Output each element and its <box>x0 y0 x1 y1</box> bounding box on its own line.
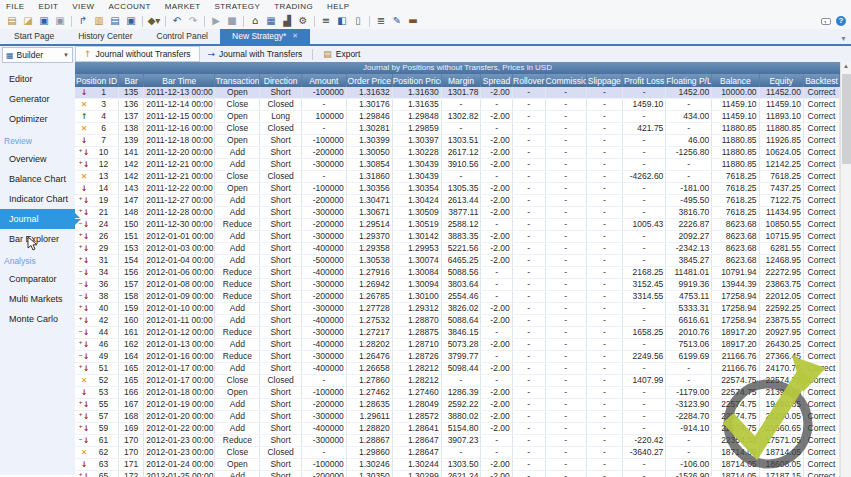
sidebar-item-generator[interactable]: Generator <box>0 89 75 109</box>
data-panel-icon[interactable]: ▦ <box>263 15 279 27</box>
menu-account[interactable]: ACCOUNT <box>108 2 150 11</box>
stop-icon[interactable]: ■ <box>224 15 240 27</box>
column-header-bar[interactable]: Bar <box>119 74 144 87</box>
column-header-position-id[interactable]: Position ID <box>75 74 119 87</box>
vertical-scroll-thumb[interactable] <box>842 74 851 164</box>
table-row[interactable]: ↓141432011-12-22 00:00OpenShort-1000001.… <box>75 183 840 195</box>
table-row[interactable]: ⁺↓571682012-01-20 00:00AddShort-3000001.… <box>75 411 840 423</box>
table-row[interactable]: ⁺↓591692012-01-22 00:00AddShort-4000001.… <box>75 423 840 435</box>
play-icon[interactable]: ▶ <box>208 15 224 27</box>
tab-overflow-caret-icon[interactable]: ▼ <box>840 35 851 44</box>
layout-icon[interactable]: ◧ <box>334 15 350 27</box>
column-header-direction[interactable]: Direction <box>260 74 301 87</box>
menu-view[interactable]: VIEW <box>72 2 94 11</box>
sidebar-item-editor[interactable]: Editor <box>0 69 75 89</box>
save-icon[interactable]: ▣ <box>36 15 52 27</box>
table-row[interactable]: ✕61382011-12-16 00:00CloseClosed-1.30281… <box>75 123 840 135</box>
column-header-transaction[interactable]: Transaction <box>215 74 260 87</box>
sidebar-item-journal[interactable]: Journal <box>0 209 75 229</box>
table-row[interactable]: ⁺↓401592012-01-10 00:00AddShort-3000001.… <box>75 303 840 315</box>
new-document-icon[interactable]: ▤ <box>4 15 20 27</box>
feedback-bubble-icon[interactable] <box>821 18 831 25</box>
menu-edit[interactable]: EDIT <box>39 2 59 11</box>
column-header-floating-p-l[interactable]: Floating P/L <box>666 74 712 87</box>
table-row[interactable]: ✕131422011-12-21 00:00CloseClosed-1.3186… <box>75 171 840 183</box>
table-row[interactable]: ↓631712012-01-24 00:00OpenShort-1000001.… <box>75 459 840 471</box>
column-header-margin[interactable]: Margin <box>441 74 481 87</box>
publish-icon[interactable]: ▤ <box>107 15 123 27</box>
tab-start-page[interactable]: Start Page <box>2 29 66 44</box>
redo-icon[interactable]: ↷ <box>185 15 201 27</box>
table-row[interactable]: ✕31362011-12-14 00:00CloseClosed-1.30176… <box>75 99 840 111</box>
save-all-icon[interactable]: ▣ <box>123 15 139 27</box>
column-header-equity[interactable]: Equity <box>759 74 803 87</box>
tab-control-panel[interactable]: Control Panel <box>145 29 221 44</box>
menu-strategy[interactable]: STRATEGY <box>214 2 260 11</box>
table-row[interactable]: ↓11352011-12-13 00:00OpenShort-1000001.3… <box>75 87 840 99</box>
column-header-profit-loss[interactable]: Profit Loss <box>622 74 666 87</box>
vertical-scrollbar[interactable]: ▲ ▼ <box>840 62 851 477</box>
chart-columns-icon[interactable]: ▟ <box>279 15 295 27</box>
list-icon[interactable]: ≡ <box>318 15 334 27</box>
sidebar-item-indicator-chart[interactable]: Indicator Chart <box>0 189 75 209</box>
table-row[interactable]: ⁺↓191472011-12-27 00:00AddShort-2000001.… <box>75 195 840 207</box>
column-header-position-price[interactable]: Position Price <box>392 74 441 87</box>
strategy-arrow-icon[interactable]: ↱ <box>75 15 91 27</box>
table-row[interactable]: ↓531662012-01-18 00:00OpenShort-1000001.… <box>75 387 840 399</box>
home-icon[interactable]: ⌂ <box>247 15 263 27</box>
table-row[interactable]: ⁻↓241502011-12-30 00:00ReduceShort-20000… <box>75 219 840 231</box>
column-header-balance[interactable]: Balance <box>712 74 759 87</box>
table-row[interactable]: ⁺↓291532012-01-03 00:00AddShort-4000001.… <box>75 243 840 255</box>
tab-new-strategy-[interactable]: New Strategy*✕ <box>220 29 310 44</box>
builder-dropdown[interactable]: ▦ Builder ▼ <box>2 47 73 63</box>
menu-file[interactable]: FILE <box>6 2 25 11</box>
sidebar-item-comparator[interactable]: Comparator <box>0 269 75 289</box>
sidebar-item-bar-explorer[interactable]: Bar Explorer <box>0 229 75 249</box>
table-row[interactable]: ⁻↓441612012-01-12 00:00ReduceShort-30000… <box>75 327 840 339</box>
column-header-backtest[interactable]: Backtest <box>803 74 839 87</box>
sidebar-item-monte-carlo[interactable]: Monte Carlo <box>0 309 75 329</box>
table-row[interactable]: ↓71392011-12-18 00:00OpenShort-1000001.3… <box>75 135 840 147</box>
scroll-up-icon[interactable]: ▲ <box>843 62 849 70</box>
table-row[interactable]: ⁻↓491642012-01-16 00:00ReduceShort-30000… <box>75 351 840 363</box>
table-row[interactable]: ⁺↓121422011-12-21 00:00AddShort-3000001.… <box>75 159 840 171</box>
briefcase-icon[interactable]: ▬ <box>405 15 421 27</box>
open-folder-icon[interactable]: ◪ <box>20 15 36 27</box>
save-as-icon[interactable]: ▣ <box>52 15 68 27</box>
table-row[interactable]: ✕621702012-01-23 00:00CloseClosed-1.2986… <box>75 447 840 459</box>
notes-icon[interactable]: ▯ <box>350 15 366 27</box>
sidebar-item-balance-chart[interactable]: Balance Chart <box>0 169 75 189</box>
journal-tab-export[interactable]: ▤Export <box>315 47 368 61</box>
settings-gear-icon[interactable]: ⚙ <box>295 15 311 27</box>
table-row[interactable]: ⁺↓261512012-01-01 00:00AddShort-3000001.… <box>75 231 840 243</box>
table-row[interactable]: ⁺↓461622012-01-13 00:00AddShort-4000001.… <box>75 339 840 351</box>
table-row[interactable]: ⁺↓101412011-12-20 00:00AddShort-2000001.… <box>75 147 840 159</box>
table-row[interactable]: ⁺↓211482011-12-28 00:00AddShort-3000001.… <box>75 207 840 219</box>
table-row[interactable]: ↑41372011-12-15 00:00OpenLong1000001.298… <box>75 111 840 123</box>
column-header-rollover[interactable]: Rollover <box>512 74 545 87</box>
table-row[interactable]: ✕521652012-01-17 00:00CloseClosed-1.2786… <box>75 375 840 387</box>
table-row[interactable]: ⁻↓611702012-01-23 00:00ReduceShort-30000… <box>75 435 840 447</box>
copy-strategy-icon[interactable]: ▥ <box>91 15 107 27</box>
menu-help[interactable]: HELP <box>327 2 350 11</box>
table-row[interactable]: ⁻↓341562012-01-06 00:00ReduceShort-40000… <box>75 267 840 279</box>
column-header-commission[interactable]: Commission <box>545 74 586 87</box>
tab-close-icon[interactable]: ✕ <box>292 32 298 40</box>
edit-journal-icon[interactable]: ✎ <box>389 15 405 27</box>
journal-tab-journal-with-transfers[interactable]: →Journal with Transfers <box>200 47 311 61</box>
undo-icon[interactable]: ↶ <box>169 15 185 27</box>
table-row[interactable]: ⁻↓361572012-01-08 00:00ReduceShort-30000… <box>75 279 840 291</box>
journal-tab-journal-without-transfers[interactable]: ↑Journal without Transfers <box>75 46 200 62</box>
table-row[interactable]: ⁺↓511652012-01-17 00:00AddShort-4000001.… <box>75 363 840 375</box>
table-row[interactable]: ⁻↓381582012-01-09 00:00ReduceShort-20000… <box>75 291 840 303</box>
journal-bars-icon[interactable]: ≣ <box>373 15 389 27</box>
menu-market[interactable]: MARKET <box>165 2 201 11</box>
table-row[interactable]: ⁺↓651722012-01-25 00:00AddShort-2000001.… <box>75 471 840 477</box>
tab-history-center[interactable]: History Center <box>66 29 144 44</box>
sidebar-item-optimizer[interactable]: Optimizer <box>0 109 75 129</box>
menu-trading[interactable]: TRADING <box>274 2 313 11</box>
table-row[interactable]: ⁺↓421602012-01-11 00:00AddShort-4000001.… <box>75 315 840 327</box>
sidebar-item-multi-markets[interactable]: Multi Markets <box>0 289 75 309</box>
table-row[interactable]: ⁺↓551672012-01-19 00:00AddShort-2000001.… <box>75 399 840 411</box>
help-icon[interactable]: ? <box>836 16 846 26</box>
